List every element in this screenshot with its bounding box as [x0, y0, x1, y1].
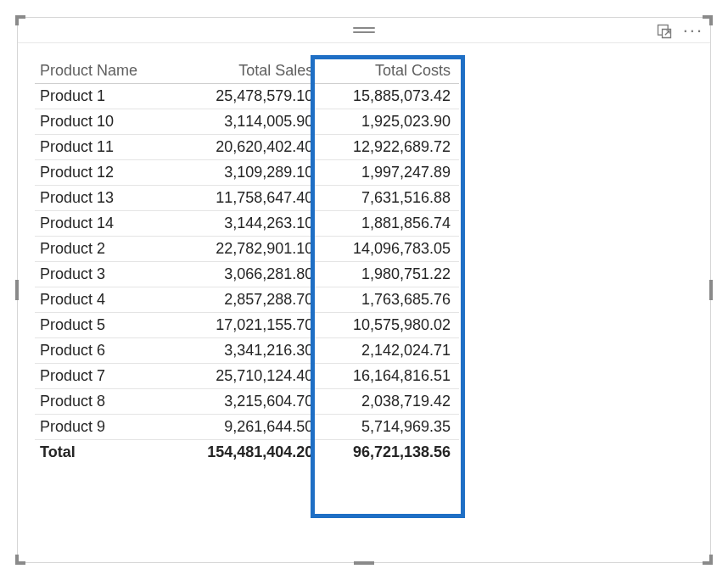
cell-product-name: Product 6	[35, 338, 174, 364]
resize-handle-bottom-right[interactable]	[703, 561, 713, 565]
total-label: Total	[35, 440, 174, 466]
cell-total-costs: 2,142,024.71	[322, 338, 459, 364]
total-sales: 154,481,404.20	[174, 440, 322, 466]
cell-total-sales: 3,215,604.70	[174, 389, 322, 415]
cell-product-name: Product 14	[35, 211, 174, 237]
cell-total-costs: 1,763,685.76	[322, 287, 459, 313]
more-options-icon[interactable]: ···	[683, 21, 703, 45]
cell-product-name: Product 13	[35, 186, 174, 211]
cell-total-costs: 1,980,751.22	[322, 262, 459, 287]
table-row[interactable]: Product 143,144,263.101,881,856.74	[35, 211, 459, 237]
cell-total-sales: 25,478,579.10	[174, 84, 322, 109]
cell-product-name: Product 7	[35, 364, 174, 389]
cell-total-sales: 11,758,647.40	[174, 186, 322, 211]
cell-product-name: Product 2	[35, 237, 174, 262]
col-header-product-name[interactable]: Product Name	[35, 59, 174, 84]
cell-product-name: Product 1	[35, 84, 174, 109]
cell-product-name: Product 12	[35, 160, 174, 186]
cell-product-name: Product 10	[35, 109, 174, 135]
cell-total-costs: 1,925,023.90	[322, 109, 459, 135]
cell-total-sales: 3,341,216.30	[174, 338, 322, 364]
col-header-total-costs[interactable]: Total Costs	[322, 59, 459, 84]
cell-total-sales: 25,710,124.40	[174, 364, 322, 389]
table-header-row: Product Name Total Sales Total Costs	[35, 59, 459, 84]
visual-header: ···	[18, 18, 710, 43]
table-row[interactable]: Product 1311,758,647.407,631,516.88	[35, 186, 459, 211]
data-table: Product Name Total Sales Total Costs Pro…	[35, 59, 459, 465]
cell-total-sales: 3,066,281.80	[174, 262, 322, 287]
table-row[interactable]: Product 1120,620,402.4012,922,689.72	[35, 135, 459, 160]
cell-total-costs: 12,922,689.72	[322, 135, 459, 160]
table-row[interactable]: Product 123,109,289.101,997,247.89	[35, 160, 459, 186]
cell-total-sales: 9,261,644.50	[174, 415, 322, 440]
cell-product-name: Product 5	[35, 313, 174, 338]
table-row[interactable]: Product 517,021,155.7010,575,980.02	[35, 313, 459, 338]
table-row[interactable]: Product 725,710,124.4016,164,816.51	[35, 364, 459, 389]
cell-total-sales: 2,857,288.70	[174, 287, 322, 313]
table-row[interactable]: Product 83,215,604.702,038,719.42	[35, 389, 459, 415]
resize-handle-mid-bottom[interactable]	[354, 561, 374, 565]
cell-total-sales: 17,021,155.70	[174, 313, 322, 338]
cell-total-costs: 10,575,980.02	[322, 313, 459, 338]
table-row[interactable]: Product 222,782,901.1014,096,783.05	[35, 237, 459, 262]
cell-product-name: Product 8	[35, 389, 174, 415]
cell-total-sales: 22,782,901.10	[174, 237, 322, 262]
resize-handle-bottom-left[interactable]	[15, 561, 25, 565]
cell-product-name: Product 3	[35, 262, 174, 287]
table-row[interactable]: Product 33,066,281.801,980,751.22	[35, 262, 459, 287]
cell-total-costs: 14,096,783.05	[322, 237, 459, 262]
table-visual-container[interactable]: ··· Product Name Total Sales Total Costs…	[17, 17, 711, 563]
cell-product-name: Product 9	[35, 415, 174, 440]
cell-total-costs: 2,038,719.42	[322, 389, 459, 415]
cell-total-costs: 1,881,856.74	[322, 211, 459, 237]
cell-total-sales: 3,109,289.10	[174, 160, 322, 186]
cell-total-costs: 15,885,073.42	[322, 84, 459, 109]
table-total-row: Total154,481,404.2096,721,138.56	[35, 440, 459, 466]
cell-total-costs: 16,164,816.51	[322, 364, 459, 389]
table-row[interactable]: Product 42,857,288.701,763,685.76	[35, 287, 459, 313]
cell-product-name: Product 11	[35, 135, 174, 160]
col-header-total-sales[interactable]: Total Sales	[174, 59, 322, 84]
cell-total-sales: 3,114,005.90	[174, 109, 322, 135]
cell-total-costs: 1,997,247.89	[322, 160, 459, 186]
total-costs: 96,721,138.56	[322, 440, 459, 466]
cell-total-sales: 3,144,263.10	[174, 211, 322, 237]
drag-grip-icon[interactable]	[353, 27, 375, 33]
table-row[interactable]: Product 99,261,644.505,714,969.35	[35, 415, 459, 440]
cell-total-costs: 7,631,516.88	[322, 186, 459, 211]
cell-total-costs: 5,714,969.35	[322, 415, 459, 440]
cell-product-name: Product 4	[35, 287, 174, 313]
cell-total-sales: 20,620,402.40	[174, 135, 322, 160]
table-row[interactable]: Product 63,341,216.302,142,024.71	[35, 338, 459, 364]
focus-mode-icon[interactable]	[656, 23, 673, 44]
table-row[interactable]: Product 103,114,005.901,925,023.90	[35, 109, 459, 135]
table-row[interactable]: Product 125,478,579.1015,885,073.42	[35, 84, 459, 109]
